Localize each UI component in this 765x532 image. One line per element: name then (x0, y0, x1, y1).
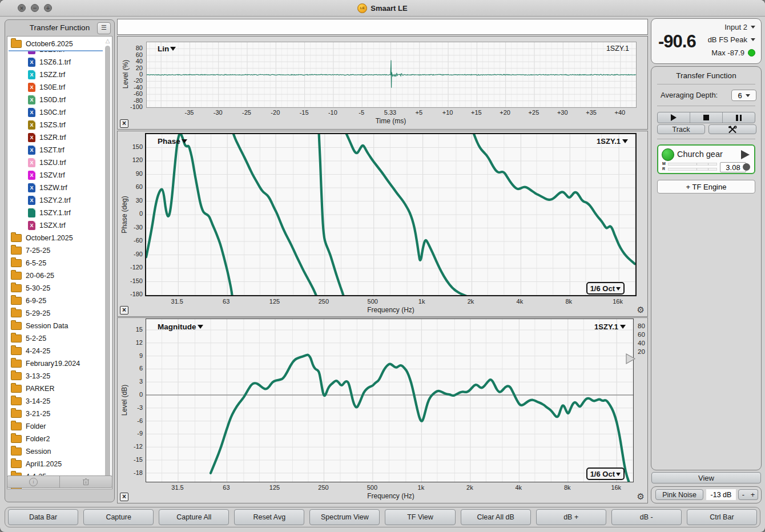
file-item[interactable]: X1S0E.trf (28, 81, 65, 94)
lin-chart-type-selector[interactable]: Lin (158, 43, 176, 54)
file-item[interactable]: X1SZZ.trf (28, 68, 65, 81)
x-tick-label: 125 (269, 298, 280, 305)
folder-item[interactable]: 3-13-25 (11, 370, 50, 382)
level-decrease-button[interactable]: - (738, 489, 748, 500)
phase-smoothing-selector[interactable]: 1/6 Oct (586, 282, 625, 295)
pause-button[interactable] (723, 112, 755, 123)
file-list[interactable]: October6.2025 X1SZ5.trfX1SZ6.1.trfX1SZZ.… (7, 36, 112, 489)
y-tick-label: 0 (139, 210, 143, 217)
add-tf-engine-button[interactable]: + TF Engine (657, 180, 755, 194)
file-item[interactable]: X1SZY.2.trf (28, 194, 71, 207)
folder-item[interactable]: 6-9-25 (11, 295, 46, 307)
folder-item[interactable]: 5-2-25 (11, 332, 46, 345)
y-tick-label: -12 (134, 443, 143, 450)
folder-item[interactable]: Folder (11, 420, 46, 433)
folder-label: Folder2 (26, 435, 50, 443)
file-item[interactable]: X1SZR.trf (28, 131, 66, 144)
file-item[interactable]: X1SZV.trf (28, 169, 65, 182)
folder-item[interactable]: 6-5-25 (11, 257, 46, 269)
pane-settings-gear-icon[interactable]: ⚙ (637, 305, 645, 315)
phase-trace-selector[interactable]: 1SZY.1 (597, 136, 628, 146)
folder-item-root[interactable]: October6.2025 (11, 38, 73, 50)
pink-noise-button[interactable]: Pink Noise (655, 489, 703, 500)
stop-button[interactable] (690, 112, 723, 123)
folder-label: 7-25-25 (26, 247, 50, 255)
folder-item[interactable]: Session (11, 445, 51, 458)
close-pane-button[interactable]: × (120, 119, 128, 128)
file-item[interactable]: X1SZU.trf (28, 156, 66, 169)
info-button[interactable]: i (7, 476, 59, 487)
file-item[interactable]: X1SZ5.trf (28, 51, 65, 56)
engine-play-icon[interactable] (741, 150, 750, 159)
file-item[interactable]: 1SZY.1.trf (28, 207, 71, 219)
track-button[interactable]: Track (657, 124, 705, 134)
folder-item[interactable]: 3-21-25 (11, 408, 50, 420)
magnitude-smoothing-selector[interactable]: 1/6 Oct (586, 467, 625, 480)
control-bar-button-reset-avg[interactable]: Reset Avg (234, 509, 304, 525)
tf-engine-card[interactable]: Church gear M R 3.08 (657, 144, 755, 174)
folder-item[interactable]: 3-14-25 (11, 395, 50, 408)
folder-item[interactable]: February19.2024 (11, 357, 80, 370)
tools-button[interactable] (708, 124, 756, 134)
y-tick-label: 0 (139, 391, 143, 398)
file-item[interactable]: X1S0C.trf (28, 106, 66, 119)
magnitude-chart-type-selector[interactable]: Magnitude (158, 321, 203, 332)
folder-item[interactable]: 4-24-25 (11, 345, 50, 357)
play-button[interactable] (658, 112, 690, 123)
scrollbar-thumb[interactable] (105, 46, 110, 479)
magnitude-plot[interactable] (146, 319, 634, 482)
generator-level-display: -13 dB (706, 489, 736, 500)
delete-button[interactable] (60, 476, 112, 487)
folder-item[interactable]: April1.2025 (11, 458, 62, 470)
scale-handle[interactable] (626, 353, 636, 364)
averaging-depth-select[interactable]: 6 (731, 90, 756, 101)
folder-item[interactable]: Folder2 (11, 433, 50, 445)
control-bar-button-data-bar[interactable]: Data Bar (8, 509, 78, 525)
file-item[interactable]: X1SZS.trf (28, 119, 66, 131)
meter-input-selector[interactable]: Input 2 (724, 23, 755, 31)
folder-label: 5-29-25 (26, 309, 50, 317)
trash-icon (82, 478, 90, 486)
phase-plot[interactable] (145, 133, 637, 296)
level-increase-button[interactable]: + (748, 489, 758, 500)
folder-item[interactable]: 20-06-25 (11, 269, 54, 282)
control-bar-button-capture-all[interactable]: Capture All (159, 509, 229, 525)
y-tick-label: 12 (136, 339, 143, 346)
y-tick-label: -18 (134, 469, 143, 476)
folder-item[interactable]: Session Data (11, 320, 68, 332)
lin-plot[interactable] (146, 42, 637, 108)
file-item[interactable]: X1SZW.trf (28, 182, 67, 194)
engine-power-indicator[interactable] (662, 148, 674, 161)
phase-chart-type-selector[interactable]: Phase (158, 136, 187, 146)
coherence-tick-label: 40 (638, 340, 645, 346)
close-pane-button[interactable]: × (120, 306, 128, 315)
control-bar-button-spectrum-view[interactable]: Spectrum View (309, 509, 380, 525)
meter-scale-selector[interactable]: dB FS Peak (708, 35, 755, 44)
folder-item[interactable]: PARKER (11, 382, 54, 395)
folder-item[interactable]: 5-30-25 (11, 282, 50, 295)
folder-icon (11, 259, 22, 267)
file-item[interactable]: X1SZX.trf (28, 219, 66, 232)
close-pane-button[interactable]: × (120, 493, 128, 501)
record-delay-button[interactable] (743, 163, 750, 171)
control-bar-button-clear-all-db[interactable]: Clear All dB (461, 509, 531, 525)
file-browser-menu-button[interactable]: ☰ (97, 22, 111, 34)
coherence-tick-label: 60 (638, 331, 645, 338)
folder-item[interactable]: 5-29-25 (11, 307, 50, 320)
control-bar-button-db-[interactable]: dB - (611, 509, 682, 525)
file-scroll-region[interactable]: X1SZ5.trfX1SZ6.1.trfX1SZZ.trfX1S0E.trfX1… (9, 51, 103, 489)
control-bar-button-ctrl-bar[interactable]: Ctrl Bar (687, 509, 757, 525)
view-button[interactable]: View (651, 472, 761, 483)
file-item[interactable]: X1SZ6.1.trf (28, 56, 71, 68)
scroll-up-icon[interactable]: △ (104, 38, 111, 44)
file-item[interactable]: X1S0D.trf (28, 94, 66, 106)
file-item[interactable]: X1SZT.trf (28, 144, 65, 156)
folder-item[interactable]: 7-25-25 (11, 244, 50, 257)
magnitude-trace-selector[interactable]: 1SZY.1 (594, 321, 626, 332)
control-bar-button-tf-view[interactable]: TF View (385, 509, 455, 525)
control-bar-button-db-[interactable]: dB + (536, 509, 606, 525)
folder-item[interactable]: October1.2025 (11, 232, 73, 244)
control-bar-button-capture[interactable]: Capture (83, 509, 154, 525)
pane-settings-gear-icon[interactable]: ⚙ (637, 491, 645, 502)
scrollbar[interactable]: △ ▽ (104, 37, 111, 488)
